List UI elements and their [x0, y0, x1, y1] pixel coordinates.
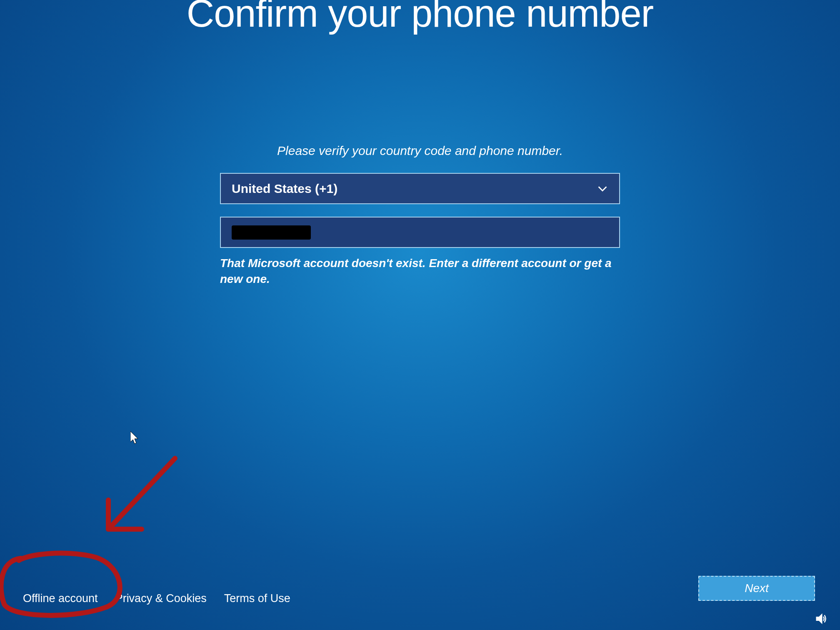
chevron-down-icon	[597, 183, 608, 195]
country-code-value: United States (+1)	[232, 182, 338, 196]
phone-number-input[interactable]	[220, 217, 620, 248]
mouse-cursor-icon	[130, 431, 140, 445]
privacy-cookies-link[interactable]: Privacy & Cookies	[115, 592, 207, 605]
bottom-links: Offline account Privacy & Cookies Terms …	[23, 592, 290, 605]
offline-account-link[interactable]: Offline account	[23, 592, 98, 605]
error-message: That Microsoft account doesn't exist. En…	[220, 255, 620, 287]
instruction-text: Please verify your country code and phon…	[277, 144, 563, 158]
page-title: Confirm your phone number	[187, 0, 653, 35]
hand-drawn-arrow-annotation	[96, 454, 183, 542]
country-code-select[interactable]: United States (+1)	[220, 173, 620, 204]
svg-marker-0	[817, 615, 822, 623]
svg-marker-1	[130, 431, 138, 444]
hand-drawn-circle-annotation	[0, 550, 129, 621]
terms-of-use-link[interactable]: Terms of Use	[224, 592, 290, 605]
redacted-phone	[232, 225, 311, 240]
next-button[interactable]: Next	[698, 576, 815, 601]
sound-icon[interactable]	[815, 612, 828, 625]
form-area: Please verify your country code and phon…	[220, 144, 620, 287]
